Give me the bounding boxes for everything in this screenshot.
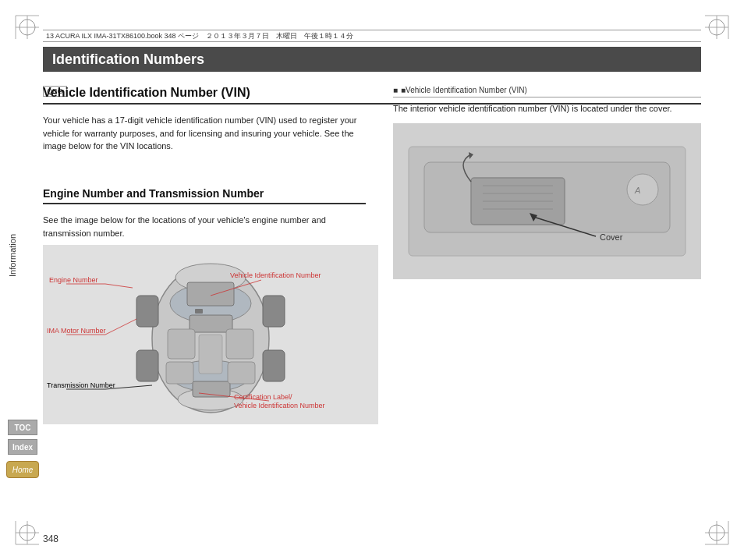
svg-text:Vehicle Identification Number: Vehicle Identification Number — [230, 271, 321, 279]
svg-point-64 — [627, 174, 658, 205]
page-number: 348 — [43, 533, 58, 544]
right-panel-title-text: ■Vehicle Identification Number (VIN) — [401, 86, 527, 94]
svg-rect-35 — [168, 329, 195, 359]
car-diagram-area: Engine Number Vehicle Identification Num… — [43, 245, 378, 424]
svg-rect-38 — [228, 362, 255, 384]
right-panel-title: ■ ■Vehicle Identification Number (VIN) — [393, 86, 701, 97]
section2-body: See the image below for the locations of… — [43, 214, 366, 239]
section1-body: Your vehicle has a 17-digit vehicle iden… — [43, 114, 366, 153]
svg-rect-31 — [190, 315, 232, 332]
header-bar: 13 ACURA ILX IMA-31TX86100.book 348 ページ … — [43, 30, 701, 42]
vin-cover-image: Cover A — [393, 123, 701, 279]
home-button[interactable]: Home — [6, 461, 39, 478]
corner-mark-tr — [701, 12, 732, 43]
svg-text:Engine Number: Engine Number — [49, 276, 98, 284]
corner-mark-bl — [12, 517, 43, 548]
svg-rect-28 — [136, 350, 158, 381]
main-content: Vehicle Identification Number (VIN) Your… — [43, 47, 701, 529]
svg-text:Cover: Cover — [600, 232, 623, 242]
right-panel-body: The interior vehicle identification numb… — [393, 102, 701, 115]
corner-mark-br — [701, 517, 732, 548]
header-file-info: 13 ACURA ILX IMA-31TX86100.book 348 ページ … — [46, 31, 353, 41]
svg-rect-26 — [136, 296, 158, 327]
svg-rect-27 — [263, 296, 285, 327]
svg-text:Certification Label/: Certification Label/ — [234, 393, 292, 401]
corner-mark-tl — [12, 12, 43, 43]
sidebar-label: Information — [8, 234, 17, 277]
svg-text:Vehicle Identification Number: Vehicle Identification Number — [234, 402, 325, 409]
svg-rect-29 — [263, 350, 285, 381]
toc-button[interactable]: TOC — [8, 420, 37, 435]
svg-text:IMA Motor Number: IMA Motor Number — [47, 327, 106, 335]
svg-text:Transmission Number: Transmission Number — [47, 381, 115, 389]
right-panel-checkbox-icon: ■ — [393, 86, 398, 94]
svg-text:A: A — [634, 186, 640, 195]
svg-rect-34 — [199, 335, 222, 374]
svg-rect-36 — [226, 329, 253, 359]
svg-rect-33 — [195, 309, 203, 314]
right-panel: ■ ■Vehicle Identification Number (VIN) T… — [393, 86, 701, 529]
svg-rect-30 — [187, 282, 234, 306]
svg-rect-37 — [166, 362, 193, 384]
section2-heading: Engine Number and Transmission Number — [43, 187, 366, 204]
index-button[interactable]: Index — [8, 439, 37, 455]
